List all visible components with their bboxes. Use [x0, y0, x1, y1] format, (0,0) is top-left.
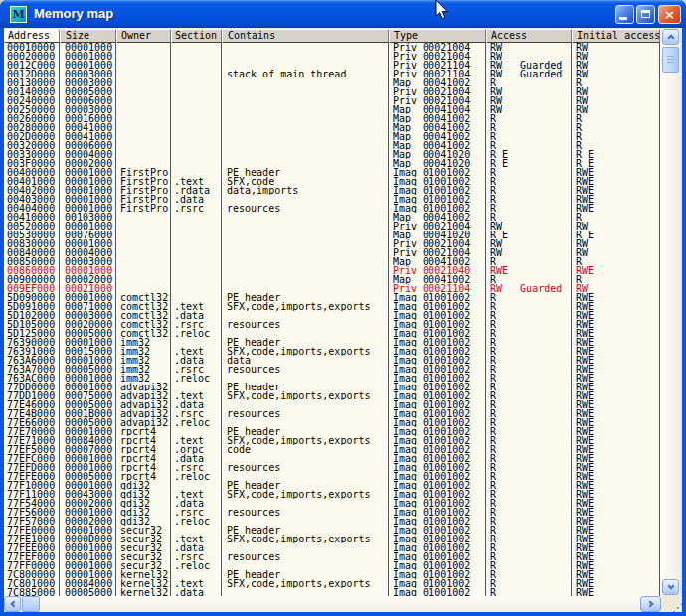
memory-row-77F11000[interactable]: 77F1100000043000gdi32.textSFX,code,impor… [4, 490, 661, 499]
memory-row-77FE1000[interactable]: 77FE10000000D000secur32.textSFX,code,imp… [4, 535, 661, 543]
memory-row-00850000[interactable]: 0085000000003000Map 00041002RR [4, 257, 661, 266]
cell-owner [116, 266, 171, 275]
cell-address: 77F54000 [4, 499, 60, 508]
scroll-right-button[interactable] [640, 596, 661, 612]
memory-row-00830000[interactable]: 0083000000001000Priv 00021004RWRW [4, 239, 661, 248]
memory-row-00860000[interactable]: 0086000000001000Priv 00021040RWERWE [4, 266, 661, 275]
memory-row-002D0000[interactable]: 002D000000041000Map 00041002RR [4, 132, 661, 141]
memory-row-00403000[interactable]: 0040300000001000FirstPro.dataImag 010010… [4, 195, 661, 204]
memory-row-77FE0000[interactable]: 77FE000000001000secur32PE headerImag 010… [4, 526, 661, 535]
resize-grip[interactable] [661, 596, 682, 612]
cell-contains: data,imports [222, 186, 389, 195]
memory-row-763AC000[interactable]: 763AC00000001000imm32.relocImag 01001002… [4, 374, 661, 383]
memory-row-00260000[interactable]: 0026000000016000Map 00041002RR [4, 114, 661, 123]
maximize-button[interactable] [636, 5, 655, 24]
minimize-button[interactable] [615, 5, 634, 24]
memory-row-00250000[interactable]: 0025000000003000Map 00041004RWRW [4, 105, 661, 114]
memory-row-00010000[interactable]: 0001000000001000Priv 00021004RWRW [4, 43, 661, 52]
column-header-contains[interactable]: Contains [222, 29, 389, 43]
title-bar[interactable]: M Memory map × [0, 0, 686, 28]
memory-row-77FEE000[interactable]: 77FEE00000001000secur32.dataImag 0100100… [4, 543, 661, 552]
memory-row-77E4B000[interactable]: 77E4B0000001B000advapi32.rsrcresourcesIm… [4, 409, 661, 418]
memory-row-7C800000[interactable]: 7C80000000001000kernel32PE headerImag 01… [4, 570, 661, 579]
memory-row-5D091000[interactable]: 5D09100000071000comctl32.textSFX,code,im… [4, 302, 661, 311]
memory-row-76391000[interactable]: 7639100000015000imm32.textSFX,code,impor… [4, 347, 661, 356]
memory-row-00410000[interactable]: 0041000000103000Map 00041002RR [4, 213, 661, 222]
column-header-size[interactable]: Size [60, 29, 116, 43]
memory-row-5D105000[interactable]: 5D10500000020000comctl32.rsrcresourcesIm… [4, 320, 661, 329]
memory-row-00900000[interactable]: 0090000000002000Map 00041002RR [4, 275, 661, 284]
memory-row-00530000[interactable]: 0053000000076000Map 00041020R ER E [4, 231, 661, 239]
cell-size: 00043000 [60, 490, 116, 499]
memory-row-763A7000[interactable]: 763A700000005000imm32.rsrcresourcesImag … [4, 365, 661, 374]
memory-row-00280000[interactable]: 0028000000041000Map 00041002RR [4, 123, 661, 132]
horizontal-scrollbar-thumb[interactable] [22, 596, 40, 612]
cell-size: 00001000 [60, 52, 116, 61]
memory-row-77E66000[interactable]: 77E6600000005000advapi32.relocImag 01001… [4, 418, 661, 427]
vertical-scrollbar[interactable] [661, 29, 680, 595]
memory-row-77E46000[interactable]: 77E4600000005000advapi32.dataImag 010010… [4, 400, 661, 409]
scroll-up-button[interactable] [662, 29, 679, 45]
memory-row-77E71000[interactable]: 77E7100000084000rpcrt4.textSFX,code,impo… [4, 436, 661, 445]
memory-row-5D125000[interactable]: 5D12500000005000comctl32.relocImag 01001… [4, 329, 661, 338]
memory-row-00400000[interactable]: 0040000000001000FirstProPE headerImag 01… [4, 168, 661, 177]
scroll-left-button[interactable] [4, 596, 21, 612]
cell-owner [116, 141, 171, 150]
memory-row-77E70000[interactable]: 77E7000000001000rpcrt4PE headerImag 0100… [4, 427, 661, 436]
cell-access: R [486, 543, 572, 552]
column-header-type[interactable]: Type [389, 29, 486, 43]
memory-row-00020000[interactable]: 0002000000001000Priv 00021004RWRW [4, 52, 661, 61]
memory-row-00401000[interactable]: 0040100000001000FirstPro.textSFX,codeIma… [4, 177, 661, 186]
memory-row-76390000[interactable]: 7639000000001000imm32PE headerImag 01001… [4, 338, 661, 347]
memory-row-5D090000[interactable]: 5D09000000001000comctl32PE headerImag 01… [4, 293, 661, 302]
memory-row-00320000[interactable]: 0032000000006000Map 00041002RR [4, 141, 661, 150]
column-header-address[interactable]: Address [4, 29, 60, 43]
memory-row-77DD0000[interactable]: 77DD000000001000advapi32PE headerImag 01… [4, 383, 661, 391]
memory-row-77F57000[interactable]: 77F5700000002000gdi32.relocImag 01001002… [4, 517, 661, 526]
memory-row-00140000[interactable]: 0014000000005000Priv 00021004RWRW [4, 87, 661, 96]
memory-row-003F0000[interactable]: 003F000000002000Map 00041020R ER E [4, 159, 661, 168]
memory-row-0012D000[interactable]: 0012D00000003000stack of main threadPriv… [4, 70, 661, 78]
vertical-scrollbar-thumb[interactable] [662, 47, 679, 73]
memory-row-00130000[interactable]: 0013000000003000Map 00041002RR [4, 78, 661, 87]
cell-owner: FirstPro [116, 177, 171, 186]
memory-row-77FEF000[interactable]: 77FEF00000001000secur32.rsrcresourcesIma… [4, 552, 661, 561]
memory-row-7C885000[interactable]: 7C88500000005000kernel32.dataImag 010010… [4, 588, 661, 596]
memory-row-77DD1000[interactable]: 77DD100000075000advapi32.textSFX,code,im… [4, 391, 661, 400]
cell-contains: resources [222, 320, 389, 329]
memory-row-00404000[interactable]: 0040400000001000FirstPro.rsrcresourcesIm… [4, 204, 661, 213]
cell-type: Imag 01001002 [389, 418, 486, 427]
cell-section: .data [171, 195, 222, 204]
memory-row-0012C000[interactable]: 0012C00000001000Priv 00021104RW GuardedR… [4, 61, 661, 70]
memory-row-763A6000[interactable]: 763A600000001000imm32.datadataImag 01001… [4, 356, 661, 365]
memory-row-77F56000[interactable]: 77F5600000001000gdi32.rsrcresourcesImag … [4, 508, 661, 517]
memory-row-00520000[interactable]: 0052000000001000Priv 00021004RWRW [4, 222, 661, 231]
memory-row-77F54000[interactable]: 77F5400000002000gdi32.dataImag 01001002R… [4, 499, 661, 508]
memory-row-77FF0000[interactable]: 77FF000000001000secur32.relocImag 010010… [4, 561, 661, 570]
column-header-access[interactable]: Access [486, 29, 572, 43]
memory-row-77F10000[interactable]: 77F1000000001000gdi32PE headerImag 01001… [4, 481, 661, 490]
memory-row-00330000[interactable]: 0033000000004000Map 00041020R ER E [4, 150, 661, 159]
cell-access: R [486, 257, 572, 266]
cell-type: Imag 01001002 [389, 436, 486, 445]
close-button[interactable]: × [658, 5, 681, 24]
horizontal-scrollbar[interactable] [4, 596, 661, 612]
cell-type: Imag 01001002 [389, 338, 486, 347]
memory-row-7C801000[interactable]: 7C80100000084000kernel32.textSFX,code,im… [4, 579, 661, 588]
column-header-section[interactable]: Section [171, 29, 222, 43]
memory-row-77EFD000[interactable]: 77EFD00000001000rpcrt4.rsrcresourcesImag… [4, 463, 661, 472]
column-header-initial-access[interactable]: Initial access [572, 29, 660, 43]
cell-address: 77F11000 [4, 490, 60, 499]
memory-row-77EFC000[interactable]: 77EFC00000001000rpcrt4.dataImag 01001002… [4, 454, 661, 463]
memory-row-00402000[interactable]: 0040200000001000FirstPro.rdatadata,impor… [4, 186, 661, 195]
memory-row-00840000[interactable]: 0084000000004000Priv 00021004RWRW [4, 248, 661, 257]
cell-access: R [486, 490, 572, 499]
memory-row-009EF000[interactable]: 009EF00000021000Priv 00021104RW GuardedR… [4, 284, 661, 293]
memory-row-00240000[interactable]: 0024000000006000Priv 00021004RWRW [4, 96, 661, 105]
scroll-down-button[interactable] [662, 579, 679, 595]
memory-row-5D102000[interactable]: 5D10200000003000comctl32.dataImag 010010… [4, 311, 661, 320]
memory-row-77EF5000[interactable]: 77EF500000007000rpcrt4.orpccodeImag 0100… [4, 445, 661, 454]
memory-map-icon[interactable]: M [10, 6, 27, 23]
memory-row-77EFE000[interactable]: 77EFE00000005000rpcrt4.relocImag 0100100… [4, 472, 661, 481]
column-header-owner[interactable]: Owner [116, 29, 171, 43]
